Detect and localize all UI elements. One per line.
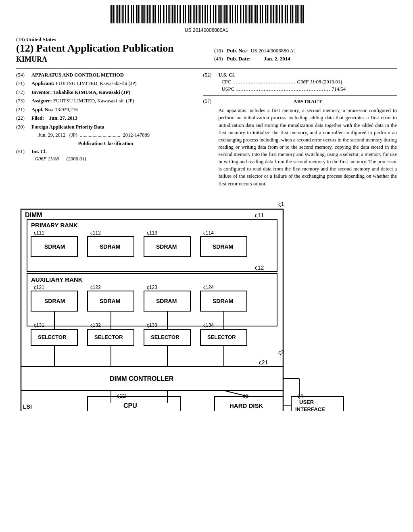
- field-21-value: 13/929,216: [55, 107, 78, 112]
- svg-rect-10: [125, 5, 126, 23]
- svg-rect-59: [202, 5, 203, 23]
- s131-label: ς131: [34, 322, 44, 328]
- svg-rect-50: [188, 5, 189, 23]
- user-interface-label-1: USER: [299, 399, 314, 405]
- field-51-label: Int. Cl.: [31, 149, 47, 154]
- diagram-container: ς1 DIMM ς11 PRIMARY RANK ς111 SDRAM ς112…: [16, 197, 397, 411]
- svg-rect-67: [215, 5, 216, 23]
- svg-rect-56: [198, 5, 198, 23]
- field-73-value: FUJITSU LIMITED, Kawasaki-shi (JP): [53, 98, 134, 104]
- svg-rect-84: [242, 5, 242, 23]
- svg-rect-14: [131, 5, 132, 23]
- svg-rect-117: [294, 5, 294, 23]
- svg-rect-65: [212, 5, 212, 23]
- svg-rect-113: [287, 5, 288, 23]
- svg-rect-110: [282, 5, 283, 23]
- s11-label: ς11: [255, 212, 264, 218]
- svg-rect-39: [171, 5, 171, 23]
- svg-rect-104: [273, 5, 274, 23]
- svg-rect-66: [213, 5, 214, 23]
- abstract-title: ABSTRACT: [219, 98, 397, 105]
- svg-rect-34: [163, 5, 164, 23]
- svg-rect-102: [270, 5, 271, 23]
- sel133-label: SELECTOR: [151, 334, 179, 340]
- svg-rect-6: [119, 5, 120, 23]
- svg-rect-55: [196, 5, 197, 23]
- svg-rect-119: [296, 5, 298, 23]
- svg-rect-63: [209, 5, 209, 23]
- s4-label: ς4: [297, 393, 303, 399]
- svg-rect-97: [262, 5, 263, 23]
- svg-rect-13: [130, 5, 130, 23]
- field-21: (21) Appl. No.: 13/929,216: [16, 106, 195, 114]
- svg-rect-38: [169, 5, 170, 23]
- field-52-label: U.S. Cl.: [219, 72, 235, 78]
- cpc-row: CPC ....................................…: [222, 79, 346, 86]
- svg-rect-17: [136, 5, 137, 23]
- field-30-data: Jun. 29, 2012 (JP) .....................…: [38, 132, 195, 138]
- svg-rect-48: [185, 5, 186, 23]
- svg-rect-99: [265, 5, 266, 23]
- svg-rect-23: [146, 5, 146, 23]
- field-72-num: (72): [16, 89, 31, 96]
- svg-rect-41: [174, 5, 175, 23]
- field-21-label: Appl. No.:: [31, 107, 54, 112]
- svg-rect-103: [271, 5, 272, 23]
- svg-rect-30: [157, 5, 157, 23]
- svg-rect-68: [217, 5, 217, 23]
- svg-rect-19: [140, 5, 140, 23]
- header-left: (19) United States (12) Patent Applicati…: [16, 36, 199, 64]
- svg-rect-29: [155, 5, 156, 23]
- svg-rect-118: [295, 5, 296, 23]
- svg-rect-90: [251, 5, 252, 23]
- right-column: (52) U.S. Cl. CPC ......................…: [203, 72, 397, 189]
- pub-class-title: Publication Classification: [16, 141, 195, 147]
- field-52: (52) U.S. Cl. CPC ......................…: [203, 72, 397, 93]
- s123-label: ς123: [147, 285, 157, 290]
- user-interface-label-2: INTERFACE: [295, 406, 325, 411]
- left-column: (54) APPARATUS AND CONTROL METHOD (71) A…: [16, 72, 195, 189]
- sdram124-label: SDRAM: [213, 298, 233, 304]
- field-51-num: (51): [16, 148, 31, 162]
- svg-rect-122: [301, 5, 302, 23]
- svg-rect-107: [277, 5, 278, 23]
- primary-rank-label: PRIMARY RANK: [31, 222, 78, 229]
- field-54: (54) APPARATUS AND CONTROL METHOD: [16, 72, 195, 79]
- sdram121-label: SDRAM: [44, 298, 65, 304]
- field-30: (30) Foreign Application Priority Data: [16, 124, 195, 131]
- field-57-num: (57): [203, 98, 219, 187]
- svg-rect-47: [183, 5, 184, 23]
- svg-rect-8: [122, 5, 123, 23]
- svg-rect-53: [193, 5, 194, 23]
- svg-rect-18: [138, 5, 139, 23]
- svg-rect-100: [267, 5, 268, 23]
- svg-rect-74: [225, 5, 227, 23]
- svg-rect-69: [218, 5, 219, 23]
- s22-label: ς22: [117, 393, 126, 399]
- badge-19: (19) United States: [16, 36, 199, 43]
- s113-label: ς113: [147, 230, 157, 236]
- svg-rect-86: [245, 5, 246, 23]
- field-54-num: (54): [16, 72, 31, 79]
- s132-label: ς132: [90, 322, 101, 328]
- s1-label: ς1: [278, 201, 284, 207]
- svg-rect-101: [269, 5, 269, 23]
- sdram123-label: SDRAM: [156, 298, 177, 304]
- sdram114-label: SDRAM: [213, 243, 233, 250]
- svg-rect-37: [168, 5, 169, 23]
- svg-rect-115: [290, 5, 291, 23]
- svg-rect-77: [230, 5, 231, 23]
- svg-rect-85: [243, 5, 244, 23]
- pub-no-line: (10) Pub. No.: US 2014/0006880 A1: [214, 48, 397, 54]
- abstract-text: An apparatus includes a first memory, a …: [219, 107, 397, 187]
- svg-rect-112: [285, 5, 286, 23]
- svg-rect-71: [221, 5, 222, 23]
- svg-rect-54: [194, 5, 195, 23]
- svg-rect-88: [248, 5, 248, 23]
- s111-label: ς111: [34, 230, 44, 236]
- svg-rect-91: [252, 5, 253, 23]
- svg-rect-79: [234, 5, 234, 23]
- svg-rect-31: [158, 5, 159, 23]
- sdram122-label: SDRAM: [100, 298, 120, 304]
- svg-rect-44: [179, 5, 179, 23]
